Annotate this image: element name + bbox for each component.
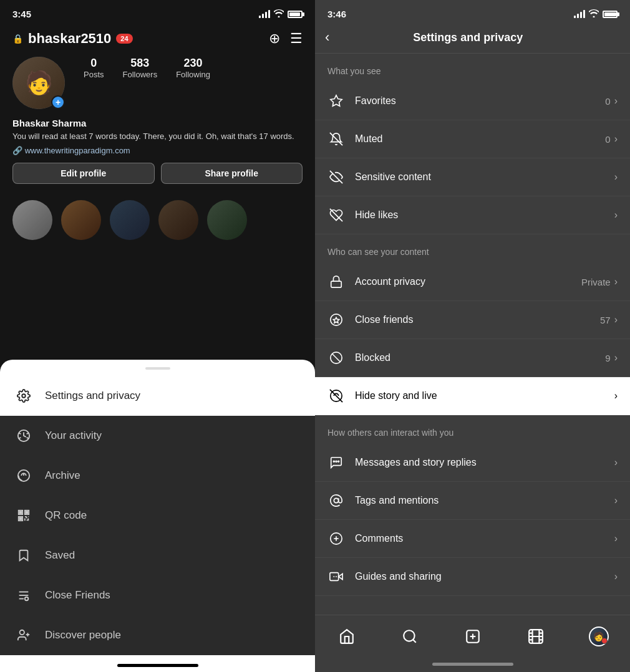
- edit-profile-button[interactable]: Edit profile: [12, 163, 155, 184]
- nav-profile-avatar: 🧑: [589, 626, 609, 646]
- settings-item-account-privacy[interactable]: Account privacy Private ›: [315, 263, 630, 301]
- menu-item-activity[interactable]: Your activity: [0, 416, 315, 456]
- profile-buttons: Edit profile Share profile: [12, 163, 303, 184]
- nav-create-button[interactable]: [459, 623, 487, 650]
- nav-reels-button[interactable]: [522, 623, 550, 650]
- settings-item-close-friends[interactable]: Close friends 57 ›: [315, 301, 630, 339]
- close-friends-icon: [15, 587, 32, 604]
- hidelikes-label: Hide likes: [355, 209, 614, 221]
- tags-label: Tags and mentions: [355, 495, 614, 506]
- menu-label-qr: QR code: [45, 509, 87, 522]
- menu-label-close-friends: Close Friends: [45, 589, 110, 602]
- comments-label: Comments: [355, 533, 614, 544]
- comments-chevron: ›: [614, 533, 618, 544]
- following-stat: 230 Following: [176, 57, 210, 79]
- account-privacy-label: Account privacy: [355, 276, 581, 287]
- svg-point-28: [334, 498, 338, 502]
- right-status-icons: [574, 9, 618, 19]
- svg-rect-18: [331, 281, 342, 287]
- right-signal-icon: [574, 10, 585, 18]
- account-privacy-value: Private: [581, 277, 611, 287]
- menu-label-saved: Saved: [45, 549, 75, 562]
- settings-icon: [15, 387, 32, 405]
- blocked-value: 9: [605, 353, 610, 363]
- sensitive-label: Sensitive content: [355, 171, 614, 183]
- settings-item-messages[interactable]: Messages and story replies ›: [315, 444, 630, 482]
- home-indicator-left: [117, 664, 198, 667]
- menu-item-qr[interactable]: QR code: [0, 496, 315, 535]
- posts-label: Posts: [84, 70, 104, 79]
- story-highlight-3[interactable]: [110, 200, 150, 240]
- settings-item-muted[interactable]: Muted 0 ›: [315, 120, 630, 158]
- muted-value: 0: [605, 134, 610, 145]
- blocked-icon: [327, 349, 345, 367]
- stats-row: 🧑 + 0 Posts 583 Followers 230 Following: [12, 57, 303, 109]
- share-profile-button[interactable]: Share profile: [161, 163, 303, 184]
- menu-item-saved[interactable]: Saved: [0, 535, 315, 575]
- settings-item-sensitive[interactable]: Sensitive content ›: [315, 158, 630, 196]
- nav-profile-button[interactable]: 🧑: [585, 623, 613, 650]
- story-highlight-2[interactable]: [61, 200, 101, 240]
- settings-item-tags[interactable]: Tags and mentions ›: [315, 482, 630, 520]
- blocked-chevron: ›: [614, 352, 618, 363]
- settings-item-hide-story[interactable]: Hide story and live ›: [315, 377, 630, 415]
- svg-point-0: [22, 394, 26, 398]
- settings-item-favorites[interactable]: Favorites 0 ›: [315, 82, 630, 120]
- svg-line-15: [330, 133, 342, 145]
- avatar-wrap: 🧑 +: [12, 57, 65, 109]
- add-story-button[interactable]: +: [51, 95, 65, 109]
- svg-line-34: [413, 640, 416, 643]
- profile-link[interactable]: 🔗 www.thewritingparadigm.com: [12, 146, 303, 155]
- nav-home-button[interactable]: [333, 623, 361, 650]
- archive-icon: [15, 467, 32, 484]
- left-status-bar: 3:45: [0, 0, 315, 24]
- favorites-chevron: ›: [614, 95, 618, 107]
- svg-point-26: [336, 461, 337, 462]
- story-highlight-4[interactable]: [158, 200, 198, 240]
- posts-stat: 0 Posts: [84, 57, 104, 79]
- favorites-value: 0: [605, 96, 610, 107]
- settings-item-blocked[interactable]: Blocked 9 ›: [315, 339, 630, 377]
- back-button[interactable]: ‹: [325, 31, 329, 44]
- menu-item-discover[interactable]: Discover people: [0, 615, 315, 655]
- menu-item-close-friends[interactable]: Close Friends: [0, 575, 315, 615]
- home-indicator-right: [432, 663, 513, 666]
- guides-chevron: ›: [614, 571, 618, 582]
- story-highlights-row: [0, 190, 315, 246]
- svg-rect-4: [20, 512, 22, 514]
- tags-chevron: ›: [614, 495, 618, 506]
- wifi-icon: [274, 9, 284, 19]
- settings-scroll: What you see Favorites 0 › Muted 0: [315, 54, 630, 615]
- followers-stat: 583 Followers: [123, 57, 158, 79]
- battery-icon: [288, 11, 303, 18]
- messages-label: Messages and story replies: [355, 457, 614, 468]
- svg-rect-6: [20, 518, 22, 520]
- add-post-icon[interactable]: ⊕: [269, 31, 280, 47]
- settings-item-guides[interactable]: Guides and sharing ›: [315, 558, 630, 596]
- menu-label-settings: Settings and privacy: [45, 390, 140, 402]
- story-highlight-1[interactable]: [12, 200, 52, 240]
- right-time: 3:46: [327, 9, 346, 19]
- menu-label-archive: Archive: [45, 469, 80, 482]
- nav-search-button[interactable]: [396, 623, 424, 650]
- muted-label: Muted: [355, 133, 605, 145]
- svg-point-33: [404, 630, 414, 641]
- menu-icon[interactable]: ☰: [290, 31, 303, 47]
- messages-icon: [327, 454, 345, 471]
- bottom-sheet-menu: Settings and privacy Your activity: [0, 360, 315, 672]
- right-wifi-icon: [589, 9, 599, 19]
- favorites-icon: [327, 92, 345, 110]
- story-highlight-5[interactable]: [207, 200, 247, 240]
- svg-line-22: [332, 354, 341, 362]
- guides-label: Guides and sharing: [355, 571, 614, 582]
- guides-icon: [327, 568, 345, 585]
- menu-item-settings[interactable]: Settings and privacy: [0, 376, 315, 416]
- svg-marker-20: [333, 317, 339, 323]
- lock-icon: 🔒: [12, 34, 23, 44]
- menu-item-archive[interactable]: Archive: [0, 456, 315, 496]
- settings-item-hidelikes[interactable]: Hide likes ›: [315, 196, 630, 234]
- bottom-navigation: 🧑: [315, 615, 630, 660]
- messages-chevron: ›: [614, 457, 618, 468]
- settings-item-comments[interactable]: Comments ›: [315, 520, 630, 558]
- activity-icon: [15, 427, 32, 444]
